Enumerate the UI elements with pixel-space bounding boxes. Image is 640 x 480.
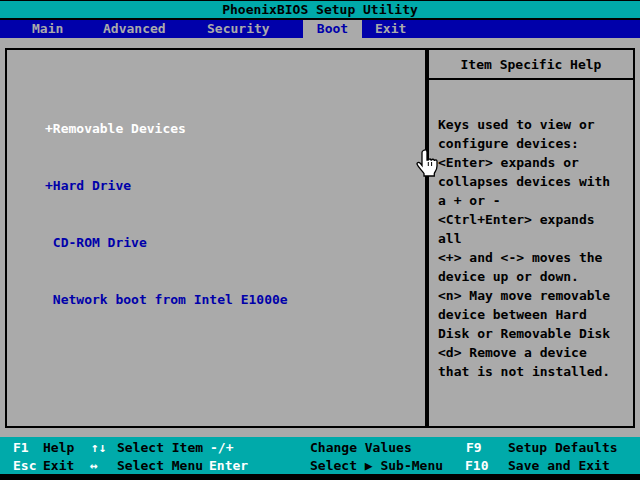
list-item-cdrom-drive[interactable]: CD-ROM Drive [45,233,288,252]
help-line: <n> May move removable [438,286,631,305]
key-updown-label: Select Item [117,438,203,457]
help-panel: Item Specific Help Keys used to view or … [427,48,635,428]
help-line: <Enter> expands or [438,153,631,172]
key-minusplus: -/+ [210,438,233,457]
bottom-black-strip [0,474,640,480]
boot-order-panel: +Removable Devices +Hard Drive CD-ROM Dr… [5,48,427,428]
key-enter: Enter [209,456,248,475]
help-line: Disk or Removable Disk [438,324,631,343]
help-line: a + or - [438,191,631,210]
key-f1: F1 [13,438,29,457]
key-leftright-icon: ↔ [90,456,98,475]
help-line: Keys used to view or [438,115,631,134]
key-f9: F9 [466,438,482,457]
tab-security[interactable]: Security [207,20,270,38]
key-legend-bar: F1 Help ↑↓ Select Item -/+ Change Values… [0,437,640,474]
key-updown-icon: ↑↓ [91,438,107,457]
tab-main[interactable]: Main [32,20,63,38]
bios-setup-screen: PhoenixBIOS Setup Utility Main Advanced … [0,0,640,480]
tab-advanced[interactable]: Advanced [103,20,166,38]
key-f9-label: Setup Defaults [508,438,618,457]
help-line: <+> and <-> moves the [438,248,631,267]
help-panel-title: Item Specific Help [429,50,633,80]
key-f10: F10 [465,456,488,475]
key-leftright-label: Select Menu [117,456,203,475]
tab-exit[interactable]: Exit [375,20,406,38]
help-line: all [438,229,631,248]
help-line: device up or down. [438,267,631,286]
menu-bar: Main Advanced Security Boot Exit [0,20,640,38]
help-line: <Ctrl+Enter> expands [438,210,631,229]
help-line: collapses devices with [438,172,631,191]
key-f10-label: Save and Exit [508,456,610,475]
list-item-hard-drive[interactable]: +Hard Drive [45,176,288,195]
help-panel-text: Keys used to view or configure devices: … [429,80,633,381]
key-esc-label: Exit [43,456,74,475]
mouse-cursor-hand-icon [415,149,439,181]
boot-device-list: +Removable Devices +Hard Drive CD-ROM Dr… [45,81,288,347]
title-bar: PhoenixBIOS Setup Utility [0,0,640,18]
tab-boot[interactable]: Boot [303,20,362,38]
key-esc: Esc [13,456,36,475]
help-line: that is not installed. [438,362,631,381]
list-item-removable-devices[interactable]: +Removable Devices [45,119,288,138]
help-line: configure devices: [438,134,631,153]
key-minusplus-label: Change Values [310,438,412,457]
key-enter-label: Select ▶ Sub-Menu [310,456,443,475]
help-line: <d> Remove a device [438,343,631,362]
page-title: PhoenixBIOS Setup Utility [222,2,418,17]
help-line: device between Hard [438,305,631,324]
key-f1-label: Help [43,438,74,457]
list-item-network-boot[interactable]: Network boot from Intel E1000e [45,290,288,309]
